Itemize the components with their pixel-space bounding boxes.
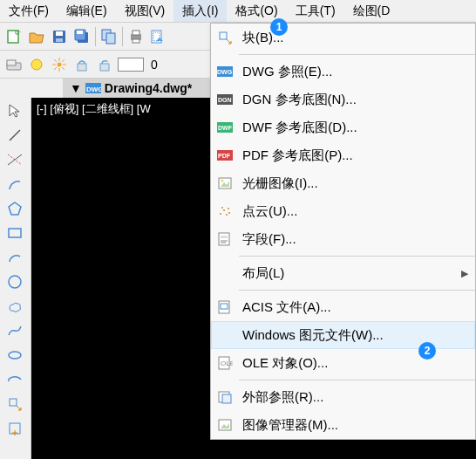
- svg-point-53: [221, 180, 224, 182]
- menu-item-dwg-ref[interactable]: DWG DWG 参照(E)...: [211, 58, 475, 86]
- tool-polygon-icon[interactable]: [5, 199, 24, 218]
- field-icon: [216, 230, 234, 248]
- tool-ellipse-arc-icon[interactable]: [5, 370, 24, 389]
- new-icon[interactable]: +: [4, 27, 24, 46]
- menu-tools[interactable]: 工具(T): [287, 0, 344, 22]
- menu-item-pdf-ref[interactable]: PDF PDF 参考底图(P)...: [211, 141, 475, 169]
- menu-file[interactable]: 文件(F): [0, 0, 58, 22]
- svg-point-36: [9, 276, 21, 288]
- svg-rect-35: [9, 229, 21, 237]
- menu-item-imgmgr[interactable]: 图像管理器(M)...: [211, 411, 475, 439]
- menu-item-raster[interactable]: 光栅图像(I)...: [211, 169, 475, 197]
- svg-rect-16: [7, 60, 16, 65]
- svg-point-55: [223, 209, 225, 211]
- menu-label: ACIS 文件(A)...: [242, 299, 331, 316]
- open-icon[interactable]: [27, 27, 46, 46]
- svg-rect-60: [219, 233, 229, 245]
- svg-rect-12: [133, 39, 139, 43]
- print-icon[interactable]: [126, 27, 146, 46]
- menu-label: 光栅图像(I)...: [242, 175, 318, 192]
- svg-line-26: [54, 67, 57, 70]
- menu-insert[interactable]: 插入(I): [173, 0, 227, 22]
- save-icon[interactable]: [50, 27, 69, 46]
- menu-item-wmf[interactable]: Windows 图元文件(W)...: [211, 321, 475, 349]
- menu-item-pointcloud[interactable]: 点云(U)...: [211, 197, 475, 225]
- blank-icon: [216, 326, 234, 344]
- menu-edit[interactable]: 编辑(E): [58, 0, 116, 22]
- menu-view[interactable]: 视图(V): [116, 0, 174, 22]
- tool-select-icon[interactable]: [5, 101, 24, 120]
- svg-point-37: [9, 352, 21, 359]
- svg-rect-4: [56, 38, 63, 42]
- tool-arc-icon[interactable]: [5, 175, 24, 194]
- menu-item-acis[interactable]: ACIS 文件(A)...: [211, 293, 475, 321]
- pdf-icon: PDF: [216, 147, 234, 164]
- tool-circle-icon[interactable]: [5, 272, 24, 291]
- tool-spline-icon[interactable]: [5, 321, 24, 340]
- tool-insert-block-icon[interactable]: [5, 394, 24, 414]
- svg-text:DWG: DWG: [217, 69, 233, 75]
- svg-text:+: +: [17, 29, 21, 37]
- menu-item-xref[interactable]: 外部参照(R)...: [211, 383, 475, 411]
- svg-point-18: [58, 62, 62, 66]
- svg-rect-11: [133, 31, 139, 35]
- menu-label: 图像管理器(M)...: [242, 417, 338, 434]
- tool-revcloud-icon[interactable]: [5, 297, 24, 316]
- svg-point-54: [220, 213, 221, 215]
- svg-text:PDF: PDF: [218, 153, 231, 159]
- raster-icon: [216, 175, 234, 192]
- dwf-icon: DWF: [216, 119, 234, 136]
- freeze-icon[interactable]: [50, 55, 69, 74]
- svg-line-23: [54, 59, 57, 62]
- svg-text:DWG: DWG: [86, 86, 101, 93]
- menu-label: DWG 参照(E)...: [242, 64, 332, 80]
- layer-color-icon[interactable]: [4, 55, 24, 74]
- menu-label: OLE 对象(O)...: [242, 355, 328, 372]
- svg-rect-28: [100, 64, 109, 71]
- menu-label: 点云(U)...: [242, 203, 297, 220]
- save-as-icon[interactable]: [72, 27, 92, 46]
- tool-rect-icon[interactable]: [5, 223, 24, 243]
- svg-rect-7: [77, 31, 83, 34]
- menu-item-block[interactable]: 块(B)...: [211, 24, 475, 51]
- svg-rect-69: [222, 394, 231, 403]
- dwg-icon: DWG: [216, 63, 234, 80]
- menu-draw[interactable]: 绘图(D: [344, 0, 399, 22]
- lock-icon[interactable]: [72, 55, 92, 74]
- color-swatch[interactable]: [118, 58, 144, 72]
- menu-item-layout[interactable]: 布局(L) ▶: [211, 259, 475, 287]
- svg-point-17: [31, 59, 42, 70]
- tab-close-marker[interactable]: ▼: [70, 81, 82, 95]
- ole-icon: OLE: [216, 354, 234, 372]
- print-preview-icon[interactable]: [149, 27, 168, 46]
- imgmgr-icon: [216, 416, 234, 434]
- svg-rect-42: [220, 32, 227, 39]
- menu-item-field[interactable]: 字段(F)...: [211, 225, 475, 253]
- annotation-badge-2: 2: [418, 342, 436, 360]
- copy-icon[interactable]: [99, 27, 119, 46]
- svg-marker-34: [9, 202, 21, 215]
- svg-text:DWF: DWF: [218, 125, 233, 131]
- tool-line-icon[interactable]: [5, 126, 24, 145]
- menubar: 文件(F) 编辑(E) 视图(V) 插入(I) 格式(O) 工具(T) 绘图(D: [0, 0, 476, 23]
- svg-line-31: [10, 130, 20, 140]
- document-filename: Drawing4.dwg*: [105, 81, 192, 95]
- svg-point-57: [226, 214, 228, 216]
- menu-item-dgn-ref[interactable]: DGN DGN 参考底图(N)...: [211, 86, 475, 113]
- acis-icon: [216, 298, 234, 316]
- menu-label: Windows 图元文件(W)...: [242, 327, 384, 344]
- tool-infinite-line-icon[interactable]: [5, 150, 24, 169]
- tool-ellipse-icon[interactable]: [5, 346, 24, 365]
- tool-make-block-icon[interactable]: [5, 419, 24, 438]
- menu-label: DGN 参考底图(N)...: [242, 92, 357, 108]
- left-toolbar: [0, 98, 31, 459]
- light-icon[interactable]: [27, 55, 46, 74]
- unlock-icon[interactable]: [95, 55, 114, 74]
- block-icon: [216, 29, 234, 46]
- menu-label: 外部参照(R)...: [242, 389, 323, 406]
- menu-item-dwf-ref[interactable]: DWF DWF 参考底图(D)...: [211, 113, 475, 141]
- svg-rect-3: [56, 31, 63, 36]
- dgn-icon: DGN: [216, 91, 234, 108]
- menu-label: 布局(L): [242, 265, 284, 282]
- tool-arc2-icon[interactable]: [5, 248, 24, 267]
